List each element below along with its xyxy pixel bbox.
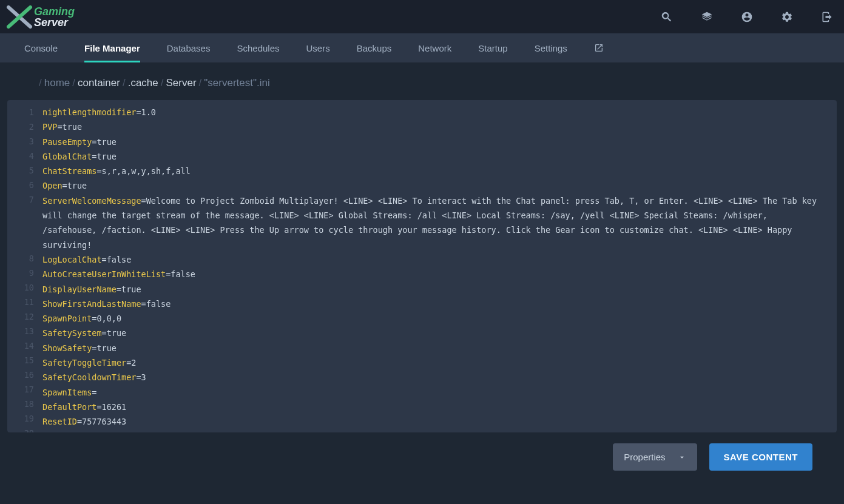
line-number: 18 (7, 397, 34, 411)
line-number: 3 (7, 134, 34, 149)
breadcrumb-container[interactable]: container (78, 77, 120, 89)
code-line[interactable]: GlobalChat=true (42, 149, 825, 164)
line-number: 15 (7, 353, 34, 368)
line-number: 16 (7, 368, 34, 382)
nav-bar: ConsoleFile ManagerDatabasesSchedulesUse… (0, 33, 844, 62)
code-line[interactable]: Mods= (42, 429, 825, 432)
language-select[interactable]: Properties (613, 443, 697, 471)
breadcrumb-separator: / (39, 77, 42, 89)
editor-content[interactable]: nightlengthmodifier=1.0PVP=truePauseEmpt… (42, 105, 837, 432)
brand-logo[interactable]: Gaming Server (6, 5, 75, 29)
code-line[interactable]: SpawnPoint=0,0,0 (42, 311, 825, 326)
tab-settings[interactable]: Settings (535, 33, 567, 62)
code-line[interactable]: ShowSafety=true (42, 341, 825, 355)
code-line[interactable]: ServerWelcomeMessage=Welcome to Project … (42, 193, 825, 252)
line-number: 11 (7, 295, 34, 309)
topbar-icon-group (661, 11, 833, 23)
line-number: 7 (7, 192, 34, 251)
code-line[interactable]: nightlengthmodifier=1.0 (42, 105, 825, 119)
line-number: 4 (7, 149, 34, 163)
code-line[interactable]: SafetyCooldownTimer=3 (42, 370, 825, 385)
line-number: 14 (7, 338, 34, 353)
external-link-icon (594, 43, 604, 53)
line-number: 12 (7, 309, 34, 324)
line-number: 10 (7, 280, 34, 295)
breadcrumb: /home/container/.cache/Server/"servertes… (0, 62, 844, 100)
chevron-down-icon (678, 453, 686, 462)
top-bar: Gaming Server (0, 0, 844, 33)
code-line[interactable]: ChatStreams=s,r,a,w,y,sh,f,all (42, 164, 825, 178)
code-line[interactable]: Open=true (42, 178, 825, 193)
tab-databases[interactable]: Databases (167, 33, 211, 62)
code-line[interactable]: ShowFirstAndLastName=false (42, 297, 825, 311)
admin-gear-icon[interactable] (781, 11, 793, 23)
breadcrumb-separator: / (72, 77, 75, 89)
logo-x-icon (6, 5, 33, 29)
code-line[interactable]: LogLocalChat=false (42, 252, 825, 267)
line-number: 9 (7, 266, 34, 280)
line-number: 2 (7, 119, 34, 134)
line-number: 20 (7, 426, 34, 432)
tab-network[interactable]: Network (418, 33, 451, 62)
code-line[interactable]: SpawnItems= (42, 385, 825, 400)
line-number: 6 (7, 178, 34, 192)
tab-external-link[interactable] (594, 33, 604, 62)
line-number: 19 (7, 411, 34, 426)
layers-icon[interactable] (701, 11, 713, 23)
code-line[interactable]: PauseEmpty=true (42, 135, 825, 149)
breadcrumb-home[interactable]: home (44, 77, 70, 89)
code-line[interactable]: AutoCreateUserInWhiteList=false (42, 267, 825, 281)
brand-line2: Server (34, 17, 75, 28)
breadcrumb--servertest-ini[interactable]: "servertest".ini (204, 77, 269, 89)
tab-backups[interactable]: Backups (357, 33, 392, 62)
tab-startup[interactable]: Startup (478, 33, 507, 62)
save-content-button[interactable]: SAVE CONTENT (709, 443, 812, 471)
breadcrumb-separator: / (123, 77, 126, 89)
code-line[interactable]: SafetySystem=true (42, 326, 825, 340)
line-number: 8 (7, 251, 34, 266)
brand-line1: Gaming (34, 6, 75, 17)
line-number: 1 (7, 105, 34, 119)
tab-schedules[interactable]: Schedules (237, 33, 279, 62)
line-number: 5 (7, 163, 34, 178)
code-editor[interactable]: 123456789101112131415161718192021 nightl… (7, 100, 837, 432)
breadcrumb-server[interactable]: Server (166, 77, 197, 89)
account-icon[interactable] (741, 11, 753, 23)
language-select-value: Properties (624, 452, 665, 462)
code-line[interactable]: DisplayUserName=true (42, 282, 825, 297)
breadcrumb-separator: / (161, 77, 164, 89)
search-icon[interactable] (661, 11, 673, 23)
tab-file-manager[interactable]: File Manager (84, 33, 140, 62)
editor-footer: Properties SAVE CONTENT (0, 432, 844, 471)
tab-users[interactable]: Users (306, 33, 330, 62)
tab-console[interactable]: Console (24, 33, 58, 62)
line-number: 17 (7, 382, 34, 397)
code-line[interactable]: PVP=true (42, 119, 825, 134)
code-line[interactable]: SafetyToggleTimer=2 (42, 355, 825, 370)
code-line[interactable]: ResetID=757763443 (42, 414, 825, 429)
logout-icon[interactable] (821, 11, 833, 23)
editor-gutter: 123456789101112131415161718192021 (7, 105, 42, 432)
breadcrumb--cache[interactable]: .cache (128, 77, 158, 89)
code-line[interactable]: DefaultPort=16261 (42, 400, 825, 414)
breadcrumb-separator: / (199, 77, 202, 89)
line-number: 13 (7, 324, 34, 338)
